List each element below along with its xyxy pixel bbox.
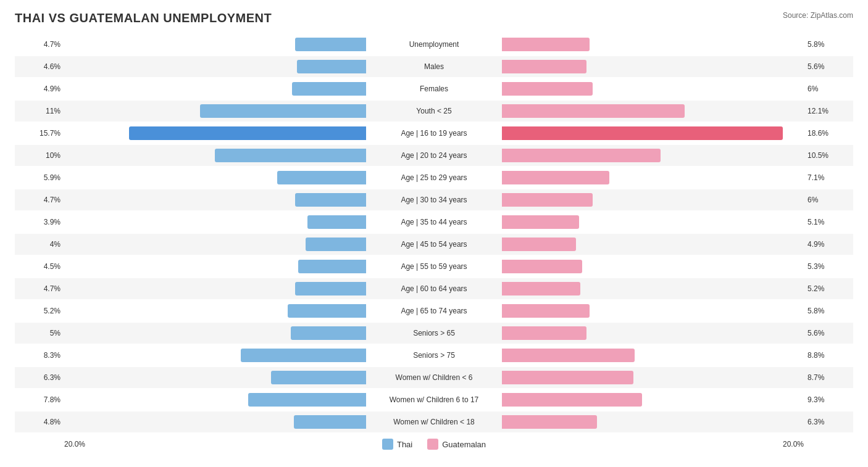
table-row: 6.3%Women w/ Children < 68.7% bbox=[15, 367, 853, 388]
bar-blue bbox=[129, 126, 366, 140]
left-side bbox=[64, 369, 366, 386]
bar-blue bbox=[277, 171, 366, 184]
table-row: 4%Age | 45 to 54 years4.9% bbox=[15, 234, 853, 255]
left-value: 4.6% bbox=[15, 62, 64, 71]
left-value: 5.9% bbox=[15, 173, 64, 182]
left-value: 4.7% bbox=[15, 196, 64, 204]
legend-thai-box bbox=[382, 439, 393, 450]
bar-blue bbox=[241, 349, 366, 362]
right-side bbox=[502, 169, 804, 186]
chart-source: Source: ZipAtlas.com bbox=[783, 11, 853, 20]
bars-wrapper: Age | 25 to 29 years bbox=[64, 169, 804, 186]
bar-pink bbox=[502, 171, 609, 184]
scale-left: 20.0% bbox=[64, 440, 85, 448]
bar-pink bbox=[502, 349, 635, 362]
left-side bbox=[64, 169, 366, 186]
table-row: 11%Youth < 2512.1% bbox=[15, 101, 853, 122]
legend-thai: Thai bbox=[382, 439, 412, 450]
row-label: Age | 45 to 54 years bbox=[366, 240, 502, 249]
right-value: 5.2% bbox=[804, 284, 853, 293]
row-label: Age | 30 to 34 years bbox=[366, 196, 502, 204]
right-value: 6% bbox=[804, 85, 853, 93]
bars-wrapper: Seniors > 75 bbox=[64, 347, 804, 364]
right-side bbox=[502, 391, 804, 408]
bars-wrapper: Women w/ Children < 6 bbox=[64, 369, 804, 386]
chart-container: Thai vs Guatemalan Unemployment Source: … bbox=[0, 0, 868, 456]
bar-pink bbox=[502, 215, 579, 229]
left-side bbox=[64, 302, 366, 320]
left-value: 15.7% bbox=[15, 129, 64, 138]
bars-wrapper: Age | 35 to 44 years bbox=[64, 213, 804, 231]
bar-blue bbox=[294, 415, 366, 429]
bar-pink bbox=[502, 149, 661, 162]
bar-pink bbox=[502, 82, 593, 96]
row-label: Unemployment bbox=[366, 40, 502, 49]
bar-pink bbox=[502, 104, 685, 118]
row-label: Females bbox=[366, 85, 502, 93]
bar-blue bbox=[306, 238, 366, 251]
right-value: 18.6% bbox=[804, 129, 853, 138]
right-side bbox=[502, 258, 804, 275]
left-side bbox=[64, 236, 366, 253]
chart-header: Thai vs Guatemalan Unemployment Source: … bbox=[15, 11, 853, 25]
right-side bbox=[502, 236, 804, 253]
bar-blue bbox=[298, 260, 366, 273]
table-row: 4.7%Unemployment5.8% bbox=[15, 34, 853, 55]
left-side bbox=[64, 258, 366, 275]
right-side bbox=[502, 125, 804, 142]
left-side bbox=[64, 58, 366, 75]
scale-right: 20.0% bbox=[783, 440, 804, 448]
right-side bbox=[502, 147, 804, 164]
bar-pink bbox=[502, 238, 576, 251]
bar-blue bbox=[271, 371, 366, 384]
right-side bbox=[502, 102, 804, 120]
row-label: Seniors > 75 bbox=[366, 351, 502, 360]
right-side bbox=[502, 280, 804, 297]
right-side bbox=[502, 302, 804, 320]
table-row: 5.9%Age | 25 to 29 years7.1% bbox=[15, 167, 853, 188]
left-side bbox=[64, 391, 366, 408]
left-side bbox=[64, 324, 366, 342]
table-row: 15.7%Age | 16 to 19 years18.6% bbox=[15, 123, 853, 144]
bar-blue bbox=[295, 282, 366, 295]
bar-pink bbox=[502, 260, 582, 273]
row-label: Youth < 25 bbox=[366, 107, 502, 115]
row-label: Seniors > 65 bbox=[366, 329, 502, 337]
chart-title: Thai vs Guatemalan Unemployment bbox=[15, 11, 272, 25]
bar-blue bbox=[297, 60, 366, 73]
right-side bbox=[502, 413, 804, 431]
bars-wrapper: Age | 16 to 19 years bbox=[64, 125, 804, 142]
right-value: 5.8% bbox=[804, 40, 853, 49]
table-row: 4.9%Females6% bbox=[15, 78, 853, 99]
bar-blue bbox=[292, 82, 366, 96]
left-value: 4.8% bbox=[15, 418, 64, 426]
bars-wrapper: Age | 55 to 59 years bbox=[64, 258, 804, 275]
bar-blue bbox=[248, 393, 366, 407]
right-side bbox=[502, 36, 804, 53]
bar-pink bbox=[502, 38, 590, 51]
left-value: 8.3% bbox=[15, 351, 64, 360]
right-side bbox=[502, 213, 804, 231]
row-label: Age | 65 to 74 years bbox=[366, 307, 502, 315]
left-value: 5.2% bbox=[15, 307, 64, 315]
left-value: 4.5% bbox=[15, 262, 64, 271]
row-label: Women w/ Children < 6 bbox=[366, 373, 502, 382]
row-label: Women w/ Children < 18 bbox=[366, 418, 502, 426]
left-side bbox=[64, 347, 366, 364]
right-value: 6.3% bbox=[804, 418, 853, 426]
bar-pink bbox=[502, 304, 590, 318]
bars-wrapper: Youth < 25 bbox=[64, 102, 804, 120]
table-row: 8.3%Seniors > 758.8% bbox=[15, 345, 853, 366]
left-side bbox=[64, 413, 366, 431]
bars-wrapper: Females bbox=[64, 80, 804, 97]
table-row: 5.2%Age | 65 to 74 years5.8% bbox=[15, 300, 853, 321]
left-side bbox=[64, 280, 366, 297]
right-side bbox=[502, 324, 804, 342]
legend-thai-label: Thai bbox=[397, 440, 412, 449]
row-label: Age | 20 to 24 years bbox=[366, 151, 502, 160]
chart-footer: 20.0% Thai Guatemalan 20.0% bbox=[15, 439, 853, 450]
legend-guatemalan-label: Guatemalan bbox=[442, 440, 486, 449]
left-value: 7.8% bbox=[15, 395, 64, 404]
row-label: Age | 25 to 29 years bbox=[366, 173, 502, 182]
right-value: 9.3% bbox=[804, 395, 853, 404]
